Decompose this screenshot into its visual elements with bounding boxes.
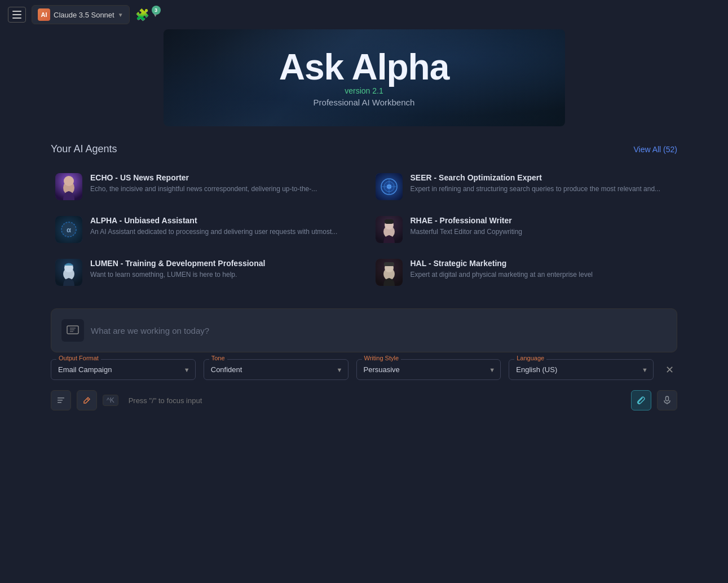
svg-rect-32 (666, 396, 669, 401)
agent-item-alpha[interactable]: α ALPHA - Unbiased Assistant An AI Assis… (51, 209, 358, 250)
chat-input-icon (61, 319, 84, 342)
main-content: Your AI Agents View All (52) (0, 143, 728, 380)
writing-style-label: Writing Style (362, 355, 401, 361)
svg-line-31 (87, 399, 89, 400)
language-label: Language (514, 355, 546, 361)
edit-icon (82, 396, 91, 405)
svg-rect-30 (58, 402, 61, 403)
agent-info-seer: SEER - Search Optimization Expert Expert… (411, 173, 673, 194)
agent-desc-seer: Expert in refining and structuring searc… (411, 184, 673, 194)
agent-avatar-rhae (376, 216, 403, 243)
agent-avatar-alpha: α (55, 216, 82, 243)
svg-rect-23 (384, 262, 394, 266)
hero-title: Ask Alpha (279, 49, 449, 85)
agents-grid: ECHO - US News Reporter Echo, the incisi… (51, 166, 677, 293)
agent-name-lumen: LUMEN - Training & Development Professio… (90, 259, 353, 268)
svg-point-2 (64, 176, 74, 186)
agent-info-rhae: RHAE - Professional Writer Masterful Tex… (411, 216, 673, 237)
tone-label: Tone (209, 355, 227, 361)
agent-info-hal: HAL - Strategic Marketing Expert at digi… (411, 259, 673, 280)
model-chevron-icon: ▼ (118, 12, 123, 18)
tone-wrapper: Tone Confident Professional Casual Forma… (204, 359, 348, 380)
model-icon: AI (38, 8, 50, 21)
agent-desc-alpha: An AI Assistant dedicated to processing … (90, 227, 353, 237)
bottom-toolbar: ^K (0, 385, 728, 416)
svg-rect-29 (58, 400, 63, 401)
chat-input-wrapper[interactable]: What are we working on today? (51, 308, 677, 352)
agent-avatar-hal (376, 259, 403, 286)
model-name-label: Claude 3.5 Sonnet (54, 11, 114, 19)
chat-input-placeholder: What are we working on today? (91, 326, 209, 335)
language-wrapper: Language English (US) English (UK) Spani… (509, 359, 654, 380)
hero-version: version 2.1 (345, 86, 383, 95)
paperclip-icon (637, 396, 646, 405)
plugin-button[interactable]: 🧩 3 ▼ (135, 8, 158, 21)
agent-info-echo: ECHO - US News Reporter Echo, the incisi… (90, 173, 353, 194)
edit-button[interactable] (77, 390, 97, 410)
plugin-badge: 3 (152, 6, 161, 15)
input-area: What are we working on today? Output For… (51, 308, 677, 380)
language-select[interactable]: English (US) English (UK) Spanish French… (509, 359, 654, 380)
output-format-select[interactable]: Email Campaign Report Blog Post Social M… (51, 359, 196, 380)
sidebar-toggle-button[interactable] (8, 7, 26, 23)
agent-item-hal[interactable]: HAL - Strategic Marketing Expert at digi… (371, 252, 678, 293)
agent-avatar-lumen (55, 259, 82, 286)
puzzle-icon: 🧩 (135, 8, 149, 21)
agent-info-alpha: ALPHA - Unbiased Assistant An AI Assista… (90, 216, 353, 237)
agent-item-echo[interactable]: ECHO - US News Reporter Echo, the incisi… (51, 166, 358, 207)
text-format-button[interactable] (51, 390, 71, 410)
agent-item-lumen[interactable]: LUMEN - Training & Development Professio… (51, 252, 358, 293)
agent-item-rhae[interactable]: RHAE - Professional Writer Masterful Tex… (371, 209, 678, 250)
agent-desc-rhae: Masterful Text Editor and Copywriting (411, 227, 673, 237)
agent-avatar-seer (376, 173, 403, 200)
svg-rect-16 (385, 219, 394, 224)
hero-subtitle: Professional AI Workbench (314, 98, 415, 107)
microphone-icon (663, 396, 672, 405)
hamburger-icon (12, 11, 21, 19)
agent-desc-echo: Echo, the incisive and insightful news c… (90, 184, 353, 194)
keyboard-shortcut: ^K (103, 395, 118, 406)
agents-section-title: Your AI Agents (51, 143, 117, 155)
writing-style-select[interactable]: Persuasive Informative Narrative Descrip… (356, 359, 501, 380)
agent-name-rhae: RHAE - Professional Writer (411, 216, 673, 225)
output-format-wrapper: Output Format Email Campaign Report Blog… (51, 359, 196, 380)
writing-style-wrapper: Writing Style Persuasive Informative Nar… (356, 359, 501, 380)
tone-select[interactable]: Confident Professional Casual Formal Fri… (204, 359, 348, 380)
agent-info-lumen: LUMEN - Training & Development Professio… (90, 259, 353, 280)
command-input[interactable] (124, 396, 625, 405)
agent-name-echo: ECHO - US News Reporter (90, 173, 353, 182)
close-controls-button[interactable]: ✕ (661, 362, 677, 378)
agent-item-seer[interactable]: SEER - Search Optimization Expert Expert… (371, 166, 678, 207)
agent-desc-hal: Expert at digital and physical marketing… (411, 270, 673, 280)
view-all-link[interactable]: View All (52) (633, 145, 677, 154)
svg-text:α: α (67, 226, 71, 234)
svg-rect-28 (58, 398, 64, 399)
topbar: AI Claude 3.5 Sonnet ▼ 🧩 3 ▼ (0, 0, 728, 29)
hero-banner: Ask Alpha version 2.1 Professional AI Wo… (164, 29, 565, 126)
agent-avatar-echo (55, 173, 82, 200)
microphone-button[interactable] (657, 390, 677, 410)
agents-header: Your AI Agents View All (52) (51, 143, 677, 155)
agent-name-hal: HAL - Strategic Marketing (411, 259, 673, 268)
agent-desc-lumen: Want to learn something, LUMEN is here t… (90, 270, 353, 280)
attach-button[interactable] (631, 390, 651, 410)
output-format-label: Output Format (56, 355, 101, 361)
controls-row: Output Format Email Campaign Report Blog… (51, 359, 677, 380)
text-format-icon (56, 396, 65, 405)
agent-name-alpha: ALPHA - Unbiased Assistant (90, 216, 353, 225)
model-selector[interactable]: AI Claude 3.5 Sonnet ▼ (32, 5, 130, 24)
agent-name-seer: SEER - Search Optimization Expert (411, 173, 673, 182)
